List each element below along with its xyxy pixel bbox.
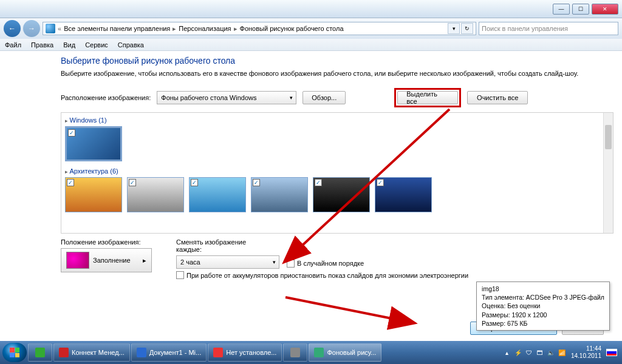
- tooltip: img18 Тип элемента: ACDSee Pro 3 JPEG-фа…: [476, 281, 610, 331]
- clock[interactable]: 11:44 14.10.2011: [571, 345, 601, 360]
- battery-label: При работе от аккумуляторов приостановит…: [186, 272, 468, 279]
- nav-bar: ← → « Все элементы панели управления ▸ П…: [0, 18, 622, 39]
- breadcrumb-seg[interactable]: Персонализация: [179, 25, 231, 32]
- wallpaper-gallery: Windows (1) ✓ Архитектура (6) ✓ ✓ ✓ ✓ ✓ …: [61, 112, 613, 234]
- taskbar-item[interactable]: Коннект Менед...: [53, 343, 130, 362]
- breadcrumb[interactable]: « Все элементы панели управления ▸ Персо…: [43, 22, 476, 35]
- tray-icons[interactable]: ▴⚡🛡🗔🔈📶: [503, 348, 566, 357]
- thumb-checkbox[interactable]: ✓: [377, 179, 384, 186]
- window-chrome: — ☐ ✕: [0, 0, 622, 18]
- browse-button[interactable]: Обзор...: [302, 91, 346, 104]
- thumb-checkbox[interactable]: ✓: [129, 179, 136, 186]
- shuffle-checkbox[interactable]: [287, 260, 295, 268]
- content-area: Выберите фоновый рисунок рабочего стола …: [0, 51, 622, 341]
- breadcrumb-seg[interactable]: Все элементы панели управления: [64, 25, 170, 32]
- taskbar-item[interactable]: [28, 343, 52, 362]
- thumb-checkbox[interactable]: ✓: [191, 179, 198, 186]
- wallpaper-thumb[interactable]: ✓: [313, 177, 370, 212]
- interval-dropdown[interactable]: 2 часа: [176, 255, 279, 269]
- taskbar-item[interactable]: [283, 343, 307, 362]
- menu-bar: Файл Правка Вид Сервис Справка: [0, 39, 622, 51]
- wallpaper-thumb[interactable]: ✓: [65, 177, 122, 212]
- wallpaper-thumb[interactable]: ✓: [189, 177, 246, 212]
- position-thumb-icon: [66, 252, 89, 269]
- page-title: Выберите фоновый рисунок рабочего стола: [61, 56, 613, 66]
- refresh-button[interactable]: ↻: [461, 23, 473, 34]
- shuffle-label: В случайном порядке: [297, 260, 364, 267]
- wallpaper-thumb[interactable]: ✓: [127, 177, 184, 212]
- position-dropdown[interactable]: Заполнение: [61, 248, 152, 272]
- breadcrumb-dropdown[interactable]: ▾: [448, 23, 460, 34]
- back-button[interactable]: ←: [4, 20, 21, 37]
- taskbar-item[interactable]: Нет установле...: [208, 343, 282, 362]
- taskbar: Коннект Менед...Документ1 - Mi...Нет уст…: [0, 341, 622, 364]
- change-interval-label: Сменять изображение каждые:: [176, 238, 261, 253]
- location-dropdown[interactable]: Фоны рабочего стола Windows: [157, 91, 296, 104]
- select-all-button[interactable]: Выделить все: [397, 91, 458, 104]
- menu-file[interactable]: Файл: [5, 41, 21, 49]
- forward-button[interactable]: →: [23, 20, 40, 37]
- taskbar-item[interactable]: Фоновый рису...: [309, 343, 381, 362]
- menu-tools[interactable]: Сервис: [85, 41, 108, 49]
- thumb-checkbox[interactable]: ✓: [67, 179, 74, 186]
- menu-edit[interactable]: Правка: [31, 41, 53, 49]
- category-architecture[interactable]: Архитектура (6): [65, 167, 609, 175]
- thumb-checkbox[interactable]: ✓: [315, 179, 322, 186]
- thumb-checkbox[interactable]: ✓: [253, 179, 260, 186]
- control-panel-icon: [46, 24, 55, 33]
- category-windows[interactable]: Windows (1): [65, 116, 609, 124]
- taskbar-item[interactable]: Документ1 - Mi...: [131, 343, 207, 362]
- wallpaper-thumb[interactable]: ✓: [65, 126, 122, 161]
- system-tray: ▴⚡🛡🗔🔈📶 11:44 14.10.2011: [503, 345, 620, 360]
- maximize-button[interactable]: ☐: [572, 4, 589, 15]
- menu-view[interactable]: Вид: [63, 41, 75, 49]
- menu-help[interactable]: Справка: [118, 41, 144, 49]
- wallpaper-thumb[interactable]: ✓: [375, 177, 432, 212]
- location-label: Расположение изображения:: [61, 94, 151, 101]
- thumb-checkbox[interactable]: ✓: [68, 129, 75, 136]
- language-indicator[interactable]: [606, 349, 617, 356]
- start-button[interactable]: [2, 343, 27, 362]
- close-button[interactable]: ✕: [592, 4, 618, 15]
- position-label: Положение изображения:: [61, 238, 152, 246]
- clear-all-button[interactable]: Очистить все: [467, 91, 528, 104]
- page-description: Выберите изображение, чтобы использовать…: [61, 69, 613, 78]
- minimize-button[interactable]: —: [553, 4, 570, 15]
- breadcrumb-seg[interactable]: Фоновый рисунок рабочего стола: [240, 25, 344, 32]
- annotation-highlight: Выделить все: [394, 88, 461, 107]
- wallpaper-thumb[interactable]: ✓: [251, 177, 308, 212]
- search-input[interactable]: Поиск в панели управления: [479, 22, 618, 35]
- battery-checkbox[interactable]: [176, 271, 184, 279]
- scrollbar[interactable]: [603, 113, 613, 233]
